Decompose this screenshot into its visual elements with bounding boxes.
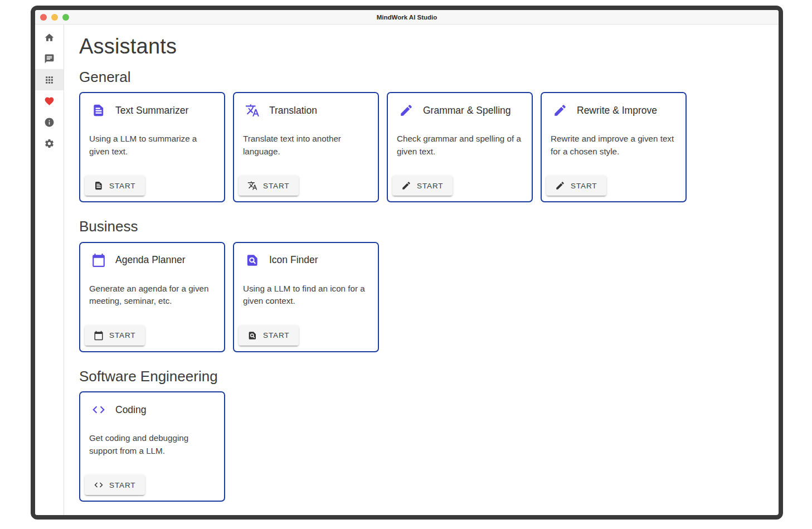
card-description: Get coding and debugging support from a … (89, 432, 216, 458)
card-coding: Coding Get coding and debugging support … (79, 391, 225, 502)
icon-search-icon (247, 331, 257, 341)
document-icon (91, 103, 106, 118)
window-title: MindWork AI Studio (35, 14, 779, 21)
code-icon (94, 480, 104, 490)
start-rewrite-improve-button[interactable]: START (546, 176, 606, 196)
start-button-label: START (263, 182, 290, 190)
card-rewrite-improve: Rewrite & Improve Rewrite and improve a … (541, 92, 687, 202)
card-row-business: Agenda Planner Generate an agenda for a … (79, 242, 767, 352)
start-button-label: START (109, 182, 136, 190)
start-text-summarizer-button[interactable]: START (85, 176, 145, 196)
card-title: Icon Finder (269, 254, 318, 266)
start-button-label: START (109, 331, 136, 339)
card-header: Agenda Planner (80, 243, 224, 268)
document-icon (94, 181, 104, 191)
card-title: Agenda Planner (115, 254, 186, 266)
sidebar-item-home[interactable] (35, 27, 64, 48)
page-title: Assistants (79, 33, 767, 60)
sidebar-item-supporters[interactable] (35, 90, 64, 111)
pencil-icon (553, 103, 567, 118)
chat-icon (44, 54, 55, 64)
card-title: Text Summarizer (115, 105, 188, 117)
card-translation: Translation Translate text into another … (233, 92, 379, 202)
calendar-icon (91, 253, 106, 268)
heart-icon (44, 96, 55, 106)
sidebar-item-about[interactable] (35, 111, 64, 133)
sidebar-item-chats[interactable] (35, 48, 64, 69)
translate-icon (247, 181, 257, 191)
pencil-icon (401, 181, 411, 191)
card-agenda-planner: Agenda Planner Generate an agenda for a … (79, 242, 225, 352)
card-header: Icon Finder (234, 243, 378, 268)
start-coding-button[interactable]: START (85, 475, 145, 495)
sidebar (35, 25, 64, 515)
card-description: Using a LLM to find an icon for a given … (243, 283, 370, 308)
card-description: Generate an agenda for a given meeting, … (89, 283, 216, 308)
calendar-icon (94, 331, 104, 341)
sidebar-item-assistants[interactable] (35, 69, 64, 90)
icon-search-icon (245, 253, 260, 268)
start-button-label: START (109, 481, 136, 489)
card-description: Rewrite and improve a given text for a c… (551, 133, 678, 158)
sidebar-item-settings[interactable] (35, 133, 64, 154)
translate-icon (245, 103, 260, 118)
section-heading-software-engineering: Software Engineering (79, 367, 767, 386)
card-row-general: Text Summarizer Using a LLM to summarize… (79, 92, 767, 202)
card-icon-finder: Icon Finder Using a LLM to find an icon … (233, 242, 379, 352)
start-icon-finder-button[interactable]: START (239, 326, 299, 346)
card-grammar-spelling: Grammar & Spelling Check grammar and spe… (387, 92, 533, 202)
section-heading-general: General (79, 68, 767, 86)
card-row-software-engineering: Coding Get coding and debugging support … (79, 391, 767, 502)
code-icon (91, 402, 106, 417)
gear-icon (44, 138, 55, 149)
info-icon (44, 117, 55, 128)
pencil-icon (555, 181, 565, 191)
start-button-label: START (417, 182, 444, 190)
card-text-summarizer: Text Summarizer Using a LLM to summarize… (79, 92, 225, 202)
main-content: Assistants General Text Summarizer Using… (64, 25, 779, 515)
card-header: Text Summarizer (80, 93, 224, 118)
start-button-label: START (571, 182, 597, 190)
start-agenda-planner-button[interactable]: START (85, 326, 145, 346)
pencil-icon (399, 103, 414, 118)
card-title: Translation (269, 105, 317, 117)
app-body: Assistants General Text Summarizer Using… (35, 25, 779, 515)
card-description: Using a LLM to summarize a given text. (89, 133, 216, 158)
card-title: Coding (115, 404, 146, 416)
card-description: Check grammar and spelling of a given te… (397, 133, 524, 158)
section-heading-business: Business (79, 217, 767, 236)
card-description: Translate text into another language. (243, 133, 370, 158)
card-title: Rewrite & Improve (577, 105, 657, 117)
app-window: MindWork AI Studio Assistants (31, 6, 783, 520)
card-header: Coding (80, 392, 224, 417)
start-translation-button[interactable]: START (239, 176, 299, 196)
titlebar: MindWork AI Studio (35, 10, 779, 25)
card-header: Rewrite & Improve (542, 93, 685, 118)
start-button-label: START (263, 331, 290, 339)
card-title: Grammar & Spelling (423, 105, 511, 117)
apps-grid-icon (44, 75, 55, 85)
home-icon (44, 32, 55, 43)
card-header: Translation (234, 93, 378, 118)
card-header: Grammar & Spelling (388, 93, 532, 118)
start-grammar-spelling-button[interactable]: START (392, 176, 453, 196)
